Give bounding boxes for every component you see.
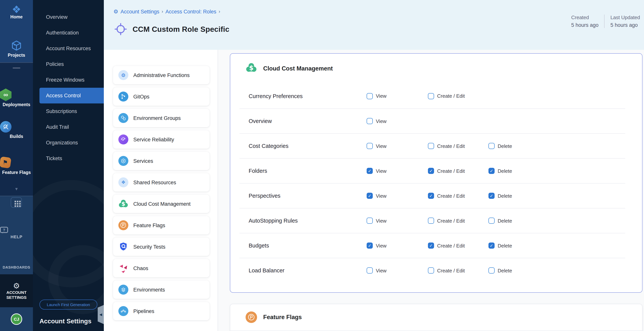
admin-functions-icon: ⚙ [118,70,128,80]
module-rail: ❖ Home Projects ∞ Deployments Builds [0,0,33,331]
checkbox-cost-categories-create-edit[interactable] [428,143,434,149]
resource-card-environments[interactable]: Environments [113,280,210,299]
sidebar-collapse-tab[interactable]: ◀ [98,305,104,324]
checkbox-autostopping-rules-create-edit[interactable] [428,218,434,224]
launch-first-generation-button[interactable]: Launch First Generation [40,300,97,310]
nav-dashboards[interactable]: DASHBOARDS [0,256,33,269]
checkbox-label: View [376,268,386,273]
permission-cell: View [367,93,428,99]
checkbox-perspectives-create-edit[interactable] [428,193,434,199]
resource-label: Security Tests [133,244,166,250]
created-value: 5 hours ago [571,22,598,28]
permission-row-label: Folders [240,168,367,174]
page-title: CCM Custom Role Specific [132,25,229,34]
checkbox-perspectives-delete[interactable] [488,193,494,199]
nav-home[interactable]: ❖ Home [0,4,33,19]
checkbox-folders-delete[interactable] [488,168,494,174]
resource-card-gitops[interactable]: GitOps [113,87,210,106]
nav-account-settings[interactable]: ⚙ ACCOUNT SETTINGS [0,282,33,300]
checkbox-load-balancer-create-edit[interactable] [428,268,434,274]
checkbox-cost-categories-view[interactable] [367,143,373,149]
checkbox-currency-preferences-view[interactable] [367,93,373,99]
resource-card-pipelines[interactable]: Pipelines [113,302,210,320]
breadcrumb-access-control-roles[interactable]: Access Control: Roles [166,8,216,14]
sidebar-item-subscriptions[interactable]: Subscriptions [33,104,104,119]
checkbox-autostopping-rules-view[interactable] [367,218,373,224]
sidebar-item-policies[interactable]: Policies [33,56,104,72]
permission-cell: Delete [488,268,550,274]
pipelines-icon [118,306,128,316]
checkbox-label: View [376,93,386,99]
checkbox-autostopping-rules-delete[interactable] [488,218,494,224]
nav-builds[interactable]: Builds [0,121,33,139]
checkbox-folders-view[interactable] [367,168,373,174]
checkbox-label: Create / Edit [437,168,465,174]
checkbox-label: Create / Edit [437,218,465,224]
sidebar-item-authentication[interactable]: Authentication [33,25,104,40]
resource-card-administrative-functions[interactable]: ⚙Administrative Functions [113,66,210,84]
nav-help-label: HELP [0,234,33,239]
resource-card-service-reliability[interactable]: Service Reliability [113,130,210,149]
help-icon: ? [0,227,8,233]
checkbox-budgets-view[interactable] [367,242,373,249]
security-tests-icon [118,242,128,252]
resource-label: Environment Groups [133,115,181,121]
resource-card-security-tests[interactable]: Security Tests [113,238,210,256]
permission-cell: View [367,242,428,249]
nav-projects[interactable]: Projects [0,40,33,58]
role-crosshair-icon [114,22,127,36]
nav-help[interactable]: ? HELP [0,227,33,239]
checkbox-budgets-create-edit[interactable] [428,242,434,249]
rail-more-chevron-icon[interactable]: ▼ [0,186,33,191]
checkbox-overview-view[interactable] [367,118,373,124]
resource-card-environment-groups[interactable]: Environment Groups [113,109,210,127]
meta-divider [604,14,605,28]
checkbox-label: Create / Edit [437,93,465,99]
resource-card-shared-resources[interactable]: ❖Shared Resources [113,173,210,192]
permission-row-budgets: BudgetsViewCreate / EditDelete [240,233,625,258]
sidebar-item-tickets[interactable]: Tickets [33,150,104,166]
permission-cell: Create / Edit [428,193,488,199]
checkbox-currency-preferences-create-edit[interactable] [428,93,434,99]
checkbox-label: Delete [498,193,512,199]
feature-flags-icon [246,312,257,323]
checkbox-cost-categories-delete[interactable] [488,143,494,149]
resource-label: Feature Flags [133,222,165,228]
panel-header: Feature Flags [230,304,642,330]
checkbox-label: Create / Edit [437,268,465,273]
checkbox-load-balancer-view[interactable] [367,268,373,274]
resource-card-chaos[interactable]: Chaos [113,259,210,277]
shared-resources-icon: ❖ [118,178,128,187]
nav-feature-flags[interactable]: ⚑ Feature Flags [0,157,33,175]
breadcrumb-account-settings[interactable]: Account Settings [120,8,159,14]
resource-card-services[interactable]: Services [113,152,210,170]
resource-card-cloud-cost-management[interactable]: $Cloud Cost Management [113,194,210,213]
permission-row-label: AutoStopping Rules [240,218,367,224]
checkbox-load-balancer-delete[interactable] [488,268,494,274]
ccm-icon: $ [118,199,128,209]
sidebar-item-organizations[interactable]: Organizations [33,135,104,150]
checkbox-folders-create-edit[interactable] [428,168,434,174]
avatar: CJ [11,314,22,325]
checkbox-budgets-delete[interactable] [488,242,494,249]
checkbox-perspectives-view[interactable] [367,193,373,199]
breadcrumb: ⚙ Account Settings › Access Control: Rol… [114,8,220,14]
checkbox-label: Delete [498,168,512,174]
resource-card-feature-flags[interactable]: Feature Flags [113,216,210,234]
grid-icon [14,200,16,202]
sidebar-item-freeze-windows[interactable]: Freeze Windows [33,72,104,88]
sidebar-item-audit-trail[interactable]: Audit Trail [33,119,104,135]
user-menu[interactable]: CJ [0,314,33,325]
sidebar-item-overview[interactable]: Overview [33,9,104,25]
environment-groups-icon [118,113,128,123]
resource-label: Shared Resources [133,180,176,185]
module-picker-button[interactable] [11,197,22,208]
sidebar-item-access-control[interactable]: Access Control [40,88,104,104]
nav-deployments[interactable]: ∞ Deployments [0,88,33,107]
page-header: ⚙ Account Settings › Access Control: Rol… [104,0,644,50]
permission-rows: Currency PreferencesViewCreate / EditOve… [230,84,642,283]
account-settings-gear-icon: ⚙ [13,282,20,290]
permission-cell: Delete [488,143,550,149]
sidebar-item-account-resources[interactable]: Account Resources [33,40,104,56]
nav-home-label: Home [0,14,33,19]
